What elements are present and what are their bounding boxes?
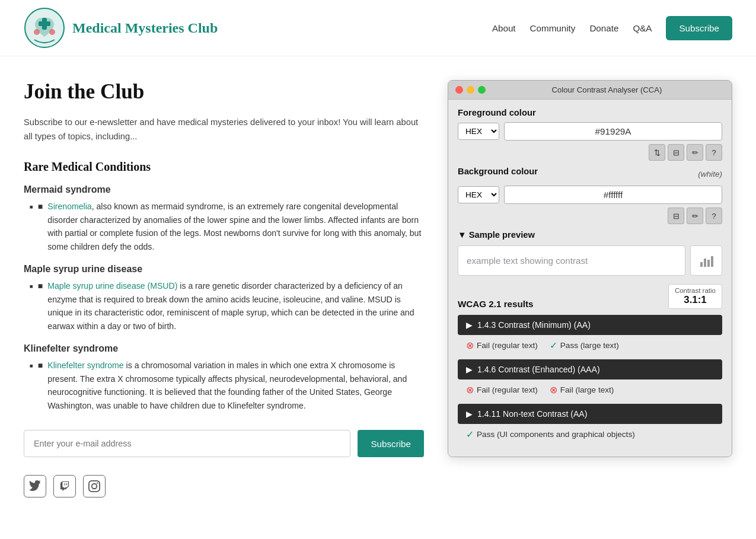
wcag-nontext-triangle: ▶ — [466, 409, 473, 419]
nav-about[interactable]: About — [492, 23, 516, 33]
sliders-icon-btn[interactable]: ⊟ — [668, 144, 684, 161]
titlebar-minimize-button[interactable] — [467, 86, 474, 94]
email-input[interactable] — [24, 430, 350, 457]
sample-preview-area: example text showing contrast — [458, 245, 722, 276]
wcag-aa-triangle: ▶ — [466, 320, 473, 330]
bullet-icon-3: ■ — [38, 359, 43, 412]
background-header-row: Background colour (white) — [458, 167, 722, 181]
cca-window: Colour Contrast Analyser (CCA) Foregroun… — [448, 80, 732, 457]
titlebar-maximize-button[interactable] — [478, 86, 486, 94]
foreground-format-select[interactable]: HEX — [458, 123, 499, 140]
background-format-select[interactable]: HEX — [458, 186, 499, 203]
contrast-ratio-label: Contrast ratio — [675, 287, 716, 294]
cca-titlebar: Colour Contrast Analyser (CCA) — [448, 81, 732, 100]
sample-chart-button[interactable] — [690, 245, 722, 276]
condition-2-heading: Maple syrup urine disease — [24, 264, 424, 275]
condition-1-desc: , also known as mermaid syndrome, is an … — [47, 202, 421, 251]
svg-rect-5 — [700, 262, 703, 267]
nav-donate[interactable]: Donate — [589, 23, 618, 33]
social-icons — [24, 475, 424, 497]
background-icons-row: ⊟ ✏ ? — [458, 208, 722, 224]
wcag-aa-fail-regular-label: Fail (regular text) — [477, 341, 538, 350]
wcag-item-nontext: ▶ 1.4.11 Non-text Contrast (AA) ✓ Pass (… — [458, 404, 722, 445]
wcag-aaa-label: 1.4.6 Contrast (Enhanced) (AAA) — [477, 365, 600, 374]
wcag-nontext-pass: ✓ Pass (UI components and graphical obje… — [466, 429, 635, 440]
wcag-item-aaa: ▶ 1.4.6 Contrast (Enhanced) (AAA) ⊗ Fail… — [458, 359, 722, 400]
wcag-aa-header[interactable]: ▶ 1.4.3 Contrast (Minimum) (AA) — [458, 315, 722, 335]
main-container: Join the Club Subscribe to our e-newslet… — [0, 56, 756, 521]
page-heading: Join the Club — [24, 80, 424, 104]
site-title[interactable]: Medical Mysteries Club — [72, 20, 218, 36]
cca-panel: Colour Contrast Analyser (CCA) Foregroun… — [448, 80, 732, 497]
wcag-aa-fail-regular: ⊗ Fail (regular text) — [466, 340, 538, 351]
svg-rect-8 — [711, 256, 713, 267]
wcag-nontext-header[interactable]: ▶ 1.4.11 Non-text Contrast (AA) — [458, 404, 722, 424]
sample-text-box: example text showing contrast — [458, 245, 685, 276]
condition-2-link[interactable]: Maple syrup urine disease (MSUD) — [47, 281, 177, 291]
wcag-aaa-fail-regular-label: Fail (regular text) — [477, 385, 538, 394]
foreground-icons-row: ⇅ ⊟ ✏ ? — [458, 144, 722, 161]
contrast-ratio-box: Contrast ratio 3.1:1 — [668, 284, 722, 309]
site-logo — [24, 7, 65, 49]
chart-icon — [699, 254, 713, 268]
subscribe-form-button[interactable]: Subscribe — [358, 430, 424, 457]
cca-body: Foreground colour HEX ⇅ ⊟ ✏ ? Background… — [448, 100, 732, 457]
condition-3-text: Klinefelter syndrome is a chromosomal va… — [47, 359, 424, 412]
condition-1-heading: Mermaid syndrome — [24, 184, 424, 195]
condition-3-link[interactable]: Klinefelter syndrome — [47, 361, 123, 370]
bg-eyedropper-icon-btn[interactable]: ✏ — [687, 208, 703, 224]
wcag-aaa-triangle: ▶ — [466, 365, 473, 374]
wcag-aaa-body: ⊗ Fail (regular text) ⊗ Fail (large text… — [458, 379, 722, 400]
foreground-value-input[interactable] — [504, 122, 722, 141]
background-label: Background colour — [458, 167, 538, 176]
section-heading: Rare Medical Conditions — [24, 160, 424, 174]
wcag-nontext-label: 1.4.11 Non-text Contrast (AA) — [477, 409, 587, 419]
svg-rect-2 — [39, 21, 50, 26]
help-icon-btn[interactable]: ? — [706, 144, 722, 161]
svg-rect-6 — [704, 259, 706, 267]
titlebar-close-button[interactable] — [455, 86, 463, 94]
condition-1-text: Sirenomelia, also known as mermaid syndr… — [47, 200, 424, 253]
wcag-aaa-fail-regular: ⊗ Fail (regular text) — [466, 384, 538, 396]
background-white-label: (white) — [698, 170, 722, 178]
background-value-input[interactable] — [504, 186, 722, 204]
wcag-item-aa: ▶ 1.4.3 Contrast (Minimum) (AA) ⊗ Fail (… — [458, 315, 722, 356]
bullet-icon-2: ■ — [38, 279, 43, 333]
wcag-nontext-pass-label: Pass (UI components and graphical object… — [477, 430, 635, 439]
wcag-title: WCAG 2.1 results — [458, 299, 533, 309]
eyedropper-icon-btn[interactable]: ✏ — [687, 144, 703, 161]
twitter-icon[interactable] — [24, 475, 46, 497]
wcag-header: WCAG 2.1 results Contrast ratio 3.1:1 — [458, 284, 722, 309]
nav-subscribe-button[interactable]: Subscribe — [666, 16, 732, 40]
main-nav: About Community Donate Q&A Subscribe — [492, 16, 732, 40]
nav-community[interactable]: Community — [530, 23, 576, 33]
wcag-aaa-fail-large-label: Fail (large text) — [560, 385, 614, 394]
cca-title: Colour Contrast Analyser (CCA) — [489, 85, 725, 94]
twitch-icon[interactable] — [53, 475, 76, 497]
intro-text: Subscribe to our e-newsletter and have m… — [24, 116, 424, 143]
svg-rect-7 — [707, 260, 710, 267]
condition-2-text: Maple syrup urine disease (MSUD) is a ra… — [47, 279, 424, 333]
site-header: Medical Mysteries Club About Community D… — [0, 0, 756, 56]
condition-1-link[interactable]: Sirenomelia — [47, 202, 91, 211]
fail-icon-2: ⊗ — [466, 384, 474, 396]
wcag-aa-body: ⊗ Fail (regular text) ✓ Pass (large text… — [458, 335, 722, 356]
condition-3-item: ■ Klinefelter syndrome is a chromosomal … — [30, 359, 424, 412]
wcag-aa-pass-large: ✓ Pass (large text) — [550, 340, 619, 351]
pass-icon-2: ✓ — [466, 429, 474, 440]
instagram-icon[interactable] — [83, 475, 106, 497]
bg-sliders-icon-btn[interactable]: ⊟ — [668, 208, 684, 224]
contrast-ratio-value: 3.1:1 — [675, 294, 716, 306]
nav-qa[interactable]: Q&A — [633, 23, 652, 33]
condition-1-item: ■ Sirenomelia, also known as mermaid syn… — [30, 200, 424, 253]
bg-help-icon-btn[interactable]: ? — [706, 208, 722, 224]
foreground-row: HEX — [458, 122, 722, 141]
pass-icon-1: ✓ — [550, 340, 557, 351]
bullet-icon: ■ — [38, 200, 43, 253]
svg-point-4 — [49, 29, 55, 35]
fail-icon-1: ⊗ — [466, 340, 474, 351]
wcag-aaa-header[interactable]: ▶ 1.4.6 Contrast (Enhanced) (AAA) — [458, 359, 722, 379]
condition-2-item: ■ Maple syrup urine disease (MSUD) is a … — [30, 279, 424, 333]
swap-icon-btn[interactable]: ⇅ — [649, 144, 665, 161]
subscribe-form: Subscribe — [24, 430, 424, 457]
